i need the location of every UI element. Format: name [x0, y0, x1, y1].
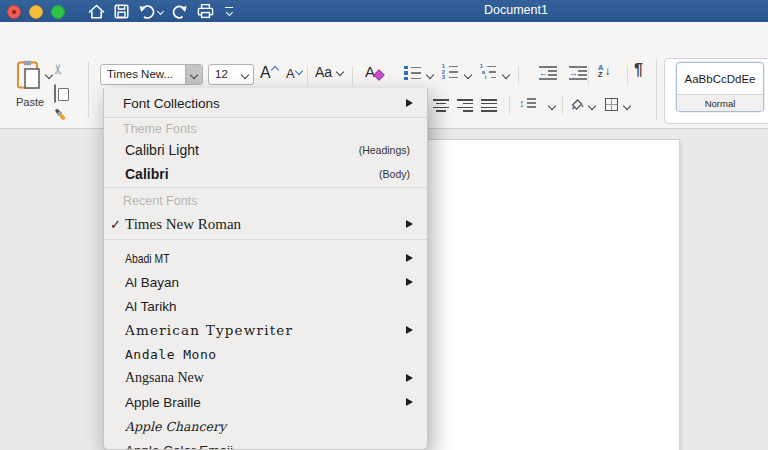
- style-normal-card[interactable]: AaBbCcDdEe Normal: [676, 62, 764, 112]
- borders-dropdown-icon[interactable]: [623, 102, 631, 110]
- document-title: Document1: [484, 3, 548, 17]
- shading-dropdown-icon[interactable]: [588, 102, 596, 110]
- font-size-value: 12: [209, 65, 237, 84]
- eraser-icon: [373, 69, 384, 80]
- font-menu-item[interactable]: ✓ Calibri Light (Headings): [104, 138, 427, 162]
- font-menu-item[interactable]: ✓ Times New Roman: [104, 210, 427, 238]
- pilcrow-icon[interactable]: ¶: [634, 61, 643, 79]
- home-icon[interactable]: [88, 4, 105, 19]
- font-menu-item[interactable]: ✓: [104, 187, 427, 188]
- print-icon[interactable]: [197, 3, 214, 19]
- bullet-list-dropdown-icon[interactable]: [426, 71, 434, 79]
- document-page[interactable]: [420, 139, 680, 450]
- submenu-arrow-icon: [406, 254, 413, 262]
- numbered-list-icon[interactable]: 1 2 3: [441, 65, 458, 79]
- grow-font-button[interactable]: A: [260, 64, 278, 82]
- submenu-arrow-icon: [406, 374, 413, 382]
- submenu-arrow-icon: [406, 326, 413, 334]
- paste-clipboard-icon: [16, 60, 42, 90]
- copy-icon[interactable]: [54, 84, 56, 103]
- font-menu-item[interactable]: ✓ Apple Braille: [104, 390, 427, 414]
- font-menu-item[interactable]: ✓ Theme Fonts: [104, 120, 427, 138]
- font-menu-item[interactable]: ✓: [104, 239, 427, 240]
- multilevel-list-dropdown-icon[interactable]: [502, 71, 510, 79]
- paste-button[interactable]: [16, 60, 42, 94]
- line-spacing-icon[interactable]: ↕: [519, 97, 536, 109]
- submenu-arrow-icon: [406, 398, 413, 406]
- ribbon-tab-bar: [0, 22, 768, 56]
- font-size-dropdown-icon[interactable]: [237, 65, 253, 84]
- font-name-dropdown-icon[interactable]: [185, 65, 202, 84]
- font-menu-item[interactable]: ✓ Apple Color Emoji: [104, 438, 427, 450]
- clear-formatting-button[interactable]: A: [365, 63, 375, 80]
- submenu-arrow-icon: [406, 99, 413, 107]
- font-menu-item[interactable]: ✓ Calibri (Body): [104, 162, 427, 186]
- titlebar: Document1: [0, 0, 768, 22]
- font-menu-item[interactable]: ✓ American Typewriter: [104, 318, 427, 342]
- undo-dropdown-icon[interactable]: [157, 7, 164, 14]
- redo-icon[interactable]: [172, 4, 188, 19]
- cut-scissors-icon[interactable]: ✂: [50, 63, 66, 75]
- bullet-list-icon[interactable]: [404, 66, 421, 80]
- multilevel-list-icon[interactable]: 1 a i: [479, 65, 496, 79]
- checkmark-icon: ✓: [110, 217, 121, 232]
- undo-icon[interactable]: [138, 4, 163, 19]
- shrink-font-button[interactable]: A: [286, 66, 302, 81]
- font-menu-item[interactable]: ✓ Al Bayan: [104, 270, 427, 294]
- font-dropdown-menu: ✓ Font Collections ✓ ✓ Theme Fonts ✓ Cal…: [103, 88, 428, 450]
- change-case-button[interactable]: Aa: [315, 64, 343, 80]
- font-menu-item[interactable]: ✓ Recent Fonts: [104, 192, 427, 210]
- submenu-arrow-icon: [406, 220, 413, 228]
- font-menu-item[interactable]: ✓ Font Collections: [104, 90, 427, 116]
- justify-icon[interactable]: [481, 99, 497, 112]
- sort-icon[interactable]: AZ ↓: [598, 64, 610, 78]
- minimize-button[interactable]: [29, 5, 43, 19]
- font-menu-item[interactable]: ✓ Al Tarikh: [104, 294, 427, 318]
- save-icon[interactable]: [114, 4, 129, 19]
- style-name-label: Normal: [677, 94, 763, 111]
- numbered-list-dropdown-icon[interactable]: [464, 71, 472, 79]
- font-size-combo[interactable]: 12: [208, 64, 254, 85]
- close-button[interactable]: [7, 5, 21, 19]
- submenu-arrow-icon: [406, 278, 413, 286]
- font-menu-item[interactable]: ✓: [104, 117, 427, 118]
- font-name-value: Times New...: [101, 65, 185, 84]
- font-menu-item[interactable]: ✓ Apple Chancery: [104, 414, 427, 438]
- word-window: Document1 Paste ✂ Times New... 12: [0, 0, 768, 450]
- borders-icon[interactable]: [605, 98, 618, 111]
- style-preview-text: AaBbCcDdEe: [677, 63, 763, 94]
- traffic-lights: [7, 5, 65, 19]
- align-center-icon[interactable]: [433, 99, 449, 112]
- align-right-icon[interactable]: [457, 99, 473, 112]
- font-menu-item[interactable]: ✓ Andale Mono: [104, 342, 427, 366]
- customize-toolbar-icon[interactable]: [225, 7, 233, 16]
- paste-label[interactable]: Paste: [8, 96, 52, 108]
- font-name-combo[interactable]: Times New...: [100, 64, 203, 85]
- shading-bucket-icon[interactable]: [570, 97, 585, 116]
- format-painter-icon[interactable]: [51, 106, 68, 127]
- font-menu-item[interactable]: ✓ Abadi MT: [104, 246, 427, 270]
- zoom-button[interactable]: [51, 5, 65, 19]
- line-spacing-dropdown-icon[interactable]: [548, 102, 556, 110]
- font-menu-item[interactable]: ✓ Angsana New: [104, 366, 427, 390]
